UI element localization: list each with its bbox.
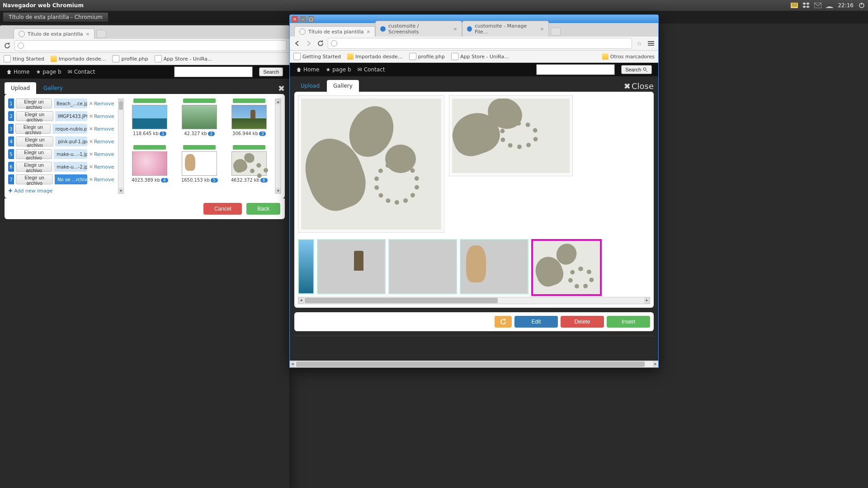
remove-link[interactable]: ✕Remove	[89, 151, 114, 157]
thumbnail-image[interactable]	[182, 105, 217, 129]
remove-link[interactable]: ✕Remove	[89, 101, 114, 107]
strip-thumb[interactable]	[388, 239, 457, 294]
new-tab-button[interactable]	[96, 30, 106, 38]
tab-upload[interactable]: Upload	[5, 82, 36, 94]
nav-home[interactable]: Home	[6, 69, 29, 75]
choose-file-button[interactable]: Elegir un archivo	[15, 124, 51, 134]
thumbnail-image[interactable]	[231, 105, 267, 129]
scroll-right-arrow-icon[interactable]: ▸	[644, 297, 650, 304]
scroll-left-arrow-icon[interactable]: ◂	[298, 297, 304, 304]
bookmark-profile[interactable]: profile.php	[112, 55, 148, 62]
choose-file-button[interactable]: Elegir un archivo	[16, 99, 52, 108]
bookmark-star-icon[interactable]: ☆	[635, 39, 644, 48]
window-close-button[interactable]: ✕	[292, 16, 298, 22]
strip-thumb[interactable]	[317, 239, 386, 294]
choose-file-button[interactable]: Elegir un archivo	[16, 174, 53, 184]
remove-link[interactable]: ✕Remove	[89, 113, 114, 119]
thumbnail-image[interactable]	[231, 151, 267, 176]
refresh-button[interactable]	[495, 316, 512, 328]
window-maximize-button[interactable]: ▢	[308, 16, 314, 22]
reader-icon[interactable]	[791, 2, 798, 9]
remove-link[interactable]: ✕Remove	[89, 164, 114, 170]
back-button[interactable]	[292, 39, 302, 48]
edit-button[interactable]: Edit	[514, 316, 558, 328]
thumbnail-image[interactable]	[132, 105, 167, 129]
strip-thumb[interactable]	[460, 239, 528, 294]
site-search-input[interactable]	[536, 64, 615, 75]
power-icon[interactable]	[858, 2, 865, 9]
bookmark-importado[interactable]: Importado desde…	[347, 53, 403, 60]
bookmark-getting-started[interactable]: Getting Started	[293, 53, 341, 60]
remove-link[interactable]: ✕Remove	[89, 177, 114, 183]
choose-file-button[interactable]: Elegir un archivo	[16, 162, 52, 172]
tab-close-icon[interactable]: ✕	[540, 27, 544, 32]
bookmark-getting-started[interactable]: tting Started	[4, 55, 44, 62]
mail-icon[interactable]	[814, 2, 821, 9]
viewport-scrollbar[interactable]: ◂ ▸	[290, 361, 658, 367]
nav-page[interactable]: ★page b	[36, 69, 61, 75]
cancel-button[interactable]: Cancel	[203, 203, 242, 215]
scrollbar-thumb[interactable]	[305, 298, 498, 303]
modal-close[interactable]: ✖Close	[624, 81, 654, 91]
bookmark-appstore[interactable]: App Store - UniRa…	[451, 53, 509, 60]
site-search-button[interactable]: Search	[259, 67, 283, 76]
thumbnail-image[interactable]	[132, 151, 167, 176]
browser-tab[interactable]: customsite / Screenshots ✕	[375, 21, 462, 37]
strip-thumb-selected[interactable]	[531, 239, 602, 296]
scroll-up-arrow-icon[interactable]: ▴	[275, 99, 281, 104]
preview-main[interactable]	[298, 95, 444, 233]
address-bar[interactable]	[328, 38, 632, 49]
remove-link[interactable]: ✕Remove	[89, 126, 114, 132]
strip-thumb[interactable]	[298, 239, 314, 294]
remove-link[interactable]: ✕Remove	[89, 139, 114, 145]
strip-scrollbar[interactable]: ◂ ▸	[298, 297, 650, 304]
tab-close-icon[interactable]: ✕	[453, 27, 457, 32]
reload-button[interactable]	[316, 39, 325, 48]
site-search-button[interactable]: Search	[621, 65, 652, 74]
tab-gallery[interactable]: Gallery	[37, 82, 69, 94]
tab-close-icon[interactable]: ✕	[367, 29, 370, 34]
network-icon[interactable]	[826, 2, 833, 9]
browser-tab[interactable]: customsite - Manage File… ✕	[462, 21, 549, 37]
insert-button[interactable]: Insert	[607, 316, 650, 328]
tab-close-icon[interactable]: ✕	[86, 32, 90, 37]
thumbnail-image[interactable]	[182, 151, 217, 176]
forward-button[interactable]	[304, 39, 313, 48]
choose-file-button[interactable]: Elegir un archivo	[16, 136, 53, 146]
scrollbar-thumb[interactable]	[296, 361, 645, 367]
scrollbar-thumb[interactable]	[119, 102, 123, 110]
nav-home[interactable]: Home	[296, 66, 319, 73]
preview-side[interactable]	[449, 95, 573, 176]
delete-button[interactable]: Delete	[561, 316, 604, 328]
tab-gallery[interactable]: Gallery	[327, 80, 359, 92]
modal-close[interactable]: ✖	[278, 84, 285, 93]
nav-contact[interactable]: ✉Contact	[358, 66, 385, 73]
back-button[interactable]: Back	[246, 203, 280, 215]
address-bar[interactable]	[14, 40, 287, 51]
browser-tab[interactable]: Título de esta plantilla ✕	[14, 28, 94, 39]
scroll-left-arrow-icon[interactable]: ◂	[290, 361, 295, 367]
bookmark-other[interactable]: Otros marcadores	[602, 53, 655, 60]
reload-button[interactable]	[3, 41, 12, 50]
tab-upload[interactable]: Upload	[294, 80, 326, 92]
dropbox-icon[interactable]	[802, 2, 810, 9]
nav-page[interactable]: ★page b	[326, 66, 351, 73]
new-tab-button[interactable]	[551, 28, 561, 36]
taskbar-button-chromium[interactable]: Título de esta plantilla - Chromium	[3, 12, 108, 22]
thumbnail-scrollbar[interactable]: ▴ ▾	[275, 99, 281, 194]
bookmark-appstore[interactable]: App Store - UniRa…	[155, 55, 212, 62]
add-new-image[interactable]: ✚Add new image	[8, 188, 114, 194]
scroll-down-arrow-icon[interactable]: ▾	[118, 188, 124, 193]
scroll-right-arrow-icon[interactable]: ▸	[653, 361, 658, 367]
site-search-input[interactable]	[174, 66, 253, 77]
bookmark-profile[interactable]: profile.php	[409, 53, 445, 60]
choose-file-button[interactable]: Elegir un archivo	[16, 111, 53, 121]
file-list-scrollbar[interactable]: ▴ ▾	[118, 99, 124, 194]
choose-file-button[interactable]: Elegir un archivo	[16, 149, 52, 159]
clock[interactable]: 22:16	[838, 2, 854, 9]
scroll-down-arrow-icon[interactable]: ▾	[275, 188, 281, 193]
nav-contact[interactable]: ✉Contact	[68, 69, 95, 75]
bookmark-importado[interactable]: Importado desde…	[51, 56, 106, 62]
wrench-menu-icon[interactable]	[646, 39, 656, 48]
browser-tab-active[interactable]: Título de esta plantilla ✕	[294, 26, 375, 37]
